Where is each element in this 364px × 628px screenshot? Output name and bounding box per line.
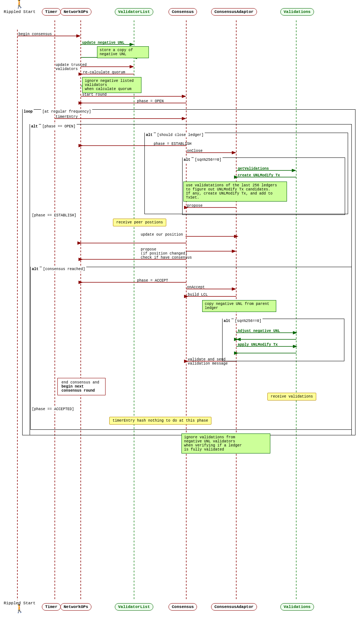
participant-networkops-top: NetworkOPs <box>60 8 91 16</box>
msg-update-negative-unl: update negative UNL <box>82 41 124 45</box>
actor-figure-bottom: 🚶 <box>14 605 24 614</box>
msg-propose-if-changed: propose(if position changed) <box>141 247 187 256</box>
frame-loop-condition: [at regular frequency] <box>41 109 92 114</box>
frame-alt-sqn-bottom: alt [sqn%256==0] <box>222 319 344 361</box>
msg-getvalidations: getValidations <box>238 167 269 171</box>
msg-adjust-negative-unl: Adjust negative UNL <box>238 329 280 333</box>
msg-validate-send: validate and sendvalidation message <box>188 358 228 366</box>
actor-rippled-start-top: 🚶 Rippled Start <box>4 1 36 14</box>
frame-sqn-top-label: alt <box>183 157 191 162</box>
participant-timer-top: Timer <box>42 8 61 16</box>
note-use-validations: use validatations of the last 256 ledger… <box>183 182 287 202</box>
msg-phase-open: phase = OPEN <box>137 99 164 103</box>
participant-consensusadaptor-top: ConsensusAdaptor <box>211 8 257 16</box>
frame-alt-condition: [phase == OPEN] <box>41 124 77 129</box>
note-receive-validations: receive validations <box>267 393 316 401</box>
frame-sqn-top-condition: [sqn%256==0] <box>194 157 223 162</box>
frame-sqn-bottom-condition: [sqn%256==0] <box>234 319 263 323</box>
frame-loop-label: loop <box>23 109 34 114</box>
frame-consensus-reached-label: alt <box>31 267 40 272</box>
note-end-consensus: end consensus andbegin nextconsensus rou… <box>57 378 106 395</box>
frame-sqn-bottom-label: alt <box>223 319 231 323</box>
frame-close-label: alt <box>145 133 154 137</box>
label-phase-establish: [phase == ESTABLISH] <box>31 213 77 218</box>
msg-update-position: update our position <box>141 233 183 237</box>
msg-recalculate-quorum: re-calculate quorum <box>83 70 125 74</box>
msg-check-consensus: check if have consensus <box>141 256 192 260</box>
participant-consensus-bottom: Consensus <box>168 603 197 611</box>
frame-close-condition: [should close ledger] <box>156 133 205 137</box>
msg-create-unlmodify: create UNLModify Tx <box>238 173 280 177</box>
participant-validations-bottom: Validations <box>280 603 314 611</box>
msg-onclose: onClose <box>187 149 203 153</box>
participant-timer-bottom: Timer <box>42 603 61 611</box>
msg-timerentry: timerEntry <box>56 115 78 119</box>
participant-validatorlist-bottom: ValidatorList <box>115 603 153 611</box>
msg-onaccept: onAccept <box>187 285 205 289</box>
msg-update-trusted-validators: update trustedvalidators <box>56 63 87 71</box>
msg-propose: propose <box>187 204 203 208</box>
note-receive-peer-positions: receive peer postions <box>113 219 166 226</box>
participant-consensus-top: Consensus <box>168 8 197 16</box>
note-copy-negative-unl: copy negative UNL from parent ledger <box>202 300 276 312</box>
msg-phase-establish: phase = ESTABLISH <box>154 142 191 146</box>
participant-networkops-bottom: NetworkOPs <box>60 603 91 611</box>
diagram-container: 🚶 Rippled Start Timer NetworkOPs Validat… <box>0 0 364 628</box>
msg-start-round: start round <box>82 93 107 97</box>
participant-validations-top: Validations <box>280 8 314 16</box>
note-ignore-negative: ignore negative listed validatorswhen ca… <box>82 77 141 93</box>
note-store-negative-unl: store a copy ofnegative UNL <box>97 46 149 58</box>
note-ignore-validations-bottom: ignore validations from negative UNL val… <box>181 433 270 453</box>
actor-label-top: Rippled Start <box>4 10 36 14</box>
actor-rippled-start-bottom: Rippled Start 🚶 <box>4 600 36 614</box>
participant-consensusadaptor-bottom: ConsensusAdaptor <box>211 603 257 611</box>
note-timerentry-nothing: timerEntry hash nothing to do at this ph… <box>109 417 211 425</box>
label-phase-accepted: [phase == ACCEPTED] <box>31 407 75 412</box>
actor-figure-top: 🚶 <box>14 1 24 9</box>
msg-build-lcl: build LCL <box>188 293 208 297</box>
participant-validatorlist-top: ValidatorList <box>115 8 153 16</box>
msg-apply-unlmodify: apply UNLModify Tx <box>238 343 278 347</box>
msg-begin-consensus: begin consensus <box>19 32 52 36</box>
msg-phase-accept: phase = ACCEPT <box>137 279 168 283</box>
frame-consensus-reached-condition: [consensus reached] <box>42 267 86 272</box>
frame-alt-label: alt <box>30 124 39 129</box>
